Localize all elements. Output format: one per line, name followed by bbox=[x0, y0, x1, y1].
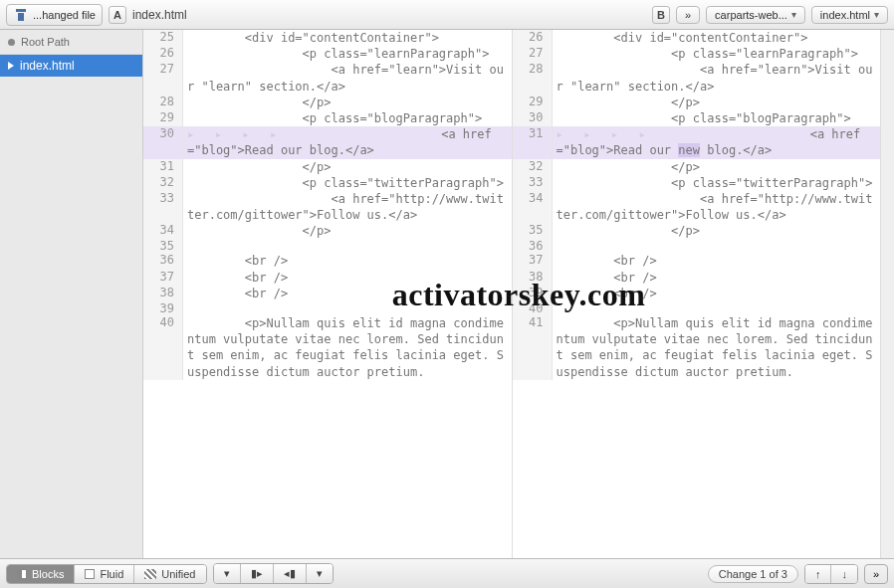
merge-right-button[interactable]: ▮▸ bbox=[241, 564, 274, 583]
code-text bbox=[553, 239, 881, 253]
code-text bbox=[183, 239, 512, 253]
code-row: 35 </p> bbox=[513, 223, 881, 239]
diff-pane-b[interactable]: 26 <div id="contentContainer">27 <p clas… bbox=[512, 30, 881, 558]
code-row: 31▸ ▸ ▸ ▸ <a href="blog">Read our new bl… bbox=[513, 126, 881, 158]
sidebar-item-index[interactable]: index.html bbox=[0, 55, 142, 77]
code-row: 25 <div id="contentContainer"> bbox=[143, 30, 512, 46]
changed-file-label: ...hanged file bbox=[33, 9, 96, 21]
code-text: <br /> bbox=[183, 286, 512, 301]
code-row: 38 <br /> bbox=[513, 270, 881, 286]
line-number: 37 bbox=[513, 253, 553, 269]
code-row: 41 <p>Nullam quis elit id magna condimen… bbox=[513, 315, 881, 380]
code-text: <p>Nullam quis elit id magna condimentum… bbox=[183, 315, 512, 380]
line-number: 26 bbox=[513, 30, 553, 46]
code-text: </p> bbox=[553, 159, 881, 175]
line-number: 25 bbox=[143, 30, 183, 46]
line-number: 40 bbox=[513, 301, 553, 315]
line-number: 27 bbox=[143, 62, 183, 94]
change-status: Change 1 of 3 bbox=[708, 565, 798, 583]
nav-down-button[interactable]: ▾ bbox=[214, 564, 241, 583]
view-unified-button[interactable]: Unified bbox=[134, 565, 205, 583]
line-number: 38 bbox=[513, 270, 553, 286]
more-button[interactable]: » bbox=[864, 564, 888, 584]
scrollbar[interactable] bbox=[880, 30, 894, 558]
nav-down2-button[interactable]: ▾ bbox=[307, 564, 333, 583]
breadcrumb-file[interactable]: index.html▾ bbox=[811, 6, 888, 24]
line-number: 29 bbox=[143, 110, 183, 126]
nav-segment-2: ↑ ↓ bbox=[804, 564, 858, 584]
line-number: 30 bbox=[143, 126, 183, 158]
code-row: 29 </p> bbox=[513, 95, 881, 110]
code-row: 34 </p> bbox=[143, 223, 512, 239]
code-text: <br /> bbox=[553, 253, 881, 269]
line-number: 40 bbox=[143, 315, 183, 380]
line-number: 27 bbox=[513, 46, 553, 62]
svg-rect-0 bbox=[16, 9, 26, 12]
nav-segment-1: ▾ ▮▸ ◂▮ ▾ bbox=[213, 563, 334, 584]
code-row: 40 <p>Nullam quis elit id magna condimen… bbox=[143, 315, 512, 380]
merge-left-button[interactable]: ◂▮ bbox=[274, 564, 307, 583]
code-text: ▸ ▸ ▸ ▸ <a href="blog">Read our new blog… bbox=[553, 126, 881, 158]
code-text: <p class="learnParagraph"> bbox=[553, 46, 881, 62]
next-change-button[interactable]: ↓ bbox=[831, 565, 857, 583]
breadcrumb-more[interactable]: » bbox=[676, 6, 700, 24]
code-row: 37 <br /> bbox=[143, 270, 512, 286]
line-number: 32 bbox=[513, 159, 553, 175]
view-fluid-button[interactable]: Fluid bbox=[75, 565, 134, 583]
code-row: 31 </p> bbox=[143, 159, 512, 175]
code-row: 26 <div id="contentContainer"> bbox=[513, 30, 881, 46]
code-text bbox=[553, 301, 881, 315]
fluid-icon bbox=[85, 569, 95, 579]
code-row: 33 <p class="twitterParagraph"> bbox=[513, 175, 881, 191]
badge-b: B bbox=[652, 6, 670, 24]
code-text: <a href="http://www.twitter.com/gittower… bbox=[553, 191, 881, 223]
breadcrumb-repo[interactable]: carparts-web...▾ bbox=[706, 6, 805, 24]
line-number: 34 bbox=[143, 223, 183, 239]
code-row: 39 <br /> bbox=[513, 286, 881, 301]
sidebar-root[interactable]: Root Path bbox=[0, 30, 142, 55]
code-row: 27 <p class="learnParagraph"> bbox=[513, 46, 881, 62]
code-text: <p class="twitterParagraph"> bbox=[183, 175, 512, 191]
line-number: 26 bbox=[143, 46, 183, 62]
chevron-down-icon: ▾ bbox=[791, 9, 796, 20]
sidebar: Root Path index.html bbox=[0, 30, 143, 558]
file-a-label: index.html bbox=[132, 8, 187, 22]
code-row: 32 <p class="twitterParagraph"> bbox=[143, 175, 512, 191]
code-row: 33 <a href="http://www.twitter.com/gitto… bbox=[143, 191, 512, 223]
svg-rect-1 bbox=[18, 13, 24, 21]
blocks-icon bbox=[17, 569, 27, 579]
main-area: Root Path index.html 25 <div id="content… bbox=[0, 30, 894, 558]
code-row: 32 </p> bbox=[513, 159, 881, 175]
diff-pane-a[interactable]: 25 <div id="contentContainer">26 <p clas… bbox=[143, 30, 512, 558]
code-text: </p> bbox=[553, 223, 881, 239]
prev-change-button[interactable]: ↑ bbox=[805, 565, 832, 583]
unified-icon bbox=[144, 569, 156, 579]
line-number: 29 bbox=[513, 95, 553, 110]
changed-file-button[interactable]: ...hanged file bbox=[6, 4, 103, 26]
line-number: 39 bbox=[143, 301, 183, 315]
line-number: 30 bbox=[513, 110, 553, 126]
code-row: 36 <br /> bbox=[143, 253, 512, 269]
view-blocks-button[interactable]: Blocks bbox=[7, 565, 75, 583]
line-number: 33 bbox=[513, 175, 553, 191]
line-number: 31 bbox=[513, 126, 553, 158]
code-text bbox=[183, 301, 512, 315]
badge-a: A bbox=[109, 6, 126, 24]
code-text: <a href="learn">Visit our "learn" sectio… bbox=[553, 62, 881, 94]
code-text: </p> bbox=[183, 223, 512, 239]
code-text: <p class="blogParagraph"> bbox=[553, 110, 881, 126]
code-row: 28 <a href="learn">Visit our "learn" sec… bbox=[513, 62, 881, 94]
code-text: <div id="contentContainer"> bbox=[553, 30, 881, 46]
code-text: <p class="blogParagraph"> bbox=[183, 110, 512, 126]
code-row: 35 bbox=[143, 239, 512, 253]
code-text: <br /> bbox=[183, 270, 512, 286]
code-row: 39 bbox=[143, 301, 512, 315]
code-row: 28 </p> bbox=[143, 95, 512, 110]
code-row: 30 <p class="blogParagraph"> bbox=[513, 110, 881, 126]
code-text: <br /> bbox=[553, 270, 881, 286]
top-toolbar: ...hanged file A index.html B » carparts… bbox=[0, 0, 894, 30]
code-text: <a href="http://www.twitter.com/gittower… bbox=[183, 191, 512, 223]
triangle-icon bbox=[8, 62, 14, 70]
line-number: 33 bbox=[143, 191, 183, 223]
code-row: 38 <br /> bbox=[143, 286, 512, 301]
